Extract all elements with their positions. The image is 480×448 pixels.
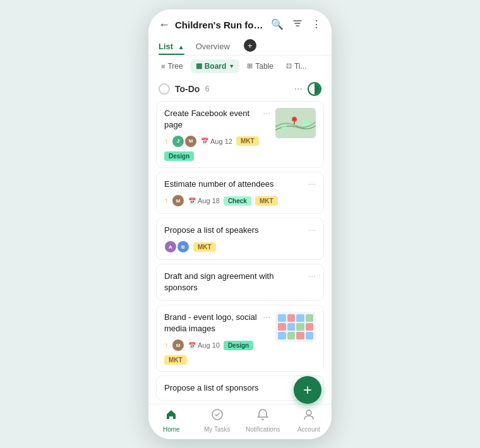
home-icon bbox=[165, 408, 177, 424]
nav-tabs: List ▲ Overview + bbox=[148, 37, 332, 56]
tag-mkt: MKT bbox=[236, 136, 259, 146]
avatar: M bbox=[184, 135, 197, 148]
section-progress-indicator bbox=[308, 82, 321, 96]
nav-account[interactable]: Account bbox=[286, 408, 332, 433]
phone-frame: ← Children's Run for ... 🔍 ⋮ List ▲ Over… bbox=[148, 9, 332, 439]
task-list-scroll: Create Facebook event page ··· ↑ J M 📅 bbox=[148, 101, 332, 404]
task-title: Propose a list of speakers bbox=[164, 225, 303, 236]
grid-thumbnail bbox=[275, 312, 316, 342]
due-date: 📅 Aug 12 bbox=[201, 138, 232, 145]
section-header: To-Do 6 ··· bbox=[148, 77, 332, 101]
task-more-button[interactable]: ··· bbox=[263, 312, 270, 322]
avatar: M bbox=[172, 339, 184, 351]
task-meta: A B MKT bbox=[164, 240, 316, 253]
nav-tasks[interactable]: My Tasks bbox=[195, 408, 241, 433]
more-icon[interactable]: ⋮ bbox=[311, 18, 321, 31]
nav-tasks-label: My Tasks bbox=[204, 426, 231, 433]
back-button[interactable]: ← bbox=[159, 18, 170, 32]
tag-check: Check bbox=[224, 196, 251, 206]
filter-icon[interactable] bbox=[292, 18, 303, 31]
priority-icon: ↑ bbox=[164, 341, 168, 350]
due-date: 📅 Aug 10 bbox=[188, 341, 220, 349]
task-title: Propose a list of sponsors bbox=[164, 382, 303, 394]
task-card[interactable]: Brand - event logo, social media images … bbox=[156, 305, 324, 372]
task-list: Create Facebook event page ··· ↑ J M 📅 bbox=[148, 101, 332, 401]
priority-icon: ↑ bbox=[164, 196, 168, 205]
task-card[interactable]: Draft and sign agreement with sponsors ·… bbox=[156, 264, 324, 300]
task-more-button[interactable]: ··· bbox=[308, 179, 316, 189]
due-date: 📅 Aug 18 bbox=[188, 197, 220, 204]
view-tabs: ≡ Tree ▦ Board ▼ ⊞ Table ⊡ Ti... bbox=[148, 56, 332, 77]
svg-rect-0 bbox=[275, 108, 316, 138]
tag-design: Design bbox=[224, 341, 253, 350]
section-count: 6 bbox=[205, 84, 209, 93]
priority-icon: ↑ bbox=[164, 137, 168, 146]
task-title: Create Facebook event page bbox=[164, 108, 258, 131]
task-title: Brand - event logo, social media images bbox=[164, 312, 258, 334]
account-icon bbox=[303, 408, 315, 424]
bottom-nav: Home My Tasks Notifications Account bbox=[148, 404, 332, 439]
tab-overview[interactable]: Overview bbox=[196, 37, 230, 55]
task-card[interactable]: Propose a list of speakers ··· A B MKT bbox=[156, 218, 324, 260]
svg-point-2 bbox=[293, 118, 296, 121]
search-icon[interactable]: 🔍 bbox=[271, 18, 284, 31]
task-more-button[interactable]: ··· bbox=[308, 271, 316, 281]
tag-design: Design bbox=[164, 151, 194, 161]
view-tab-board[interactable]: ▦ Board ▼ bbox=[191, 59, 240, 73]
section-title: To-Do bbox=[175, 84, 200, 94]
avatar: J bbox=[172, 135, 184, 148]
task-meta: ↑ J M 📅 Aug 12 MKT Design bbox=[164, 135, 270, 161]
section-more-button[interactable]: ··· bbox=[294, 83, 303, 95]
view-tab-tree[interactable]: ≡ Tree bbox=[156, 59, 188, 73]
tag-mkt: MKT bbox=[193, 242, 216, 252]
task-meta: ↑ M 📅 Aug 18 Check MKT bbox=[164, 194, 316, 207]
task-more-button[interactable]: ··· bbox=[308, 225, 316, 235]
svg-rect-4 bbox=[303, 121, 309, 126]
section-status-circle bbox=[159, 83, 170, 95]
svg-rect-3 bbox=[282, 126, 287, 129]
task-more-button[interactable]: ··· bbox=[263, 108, 270, 118]
header: ← Children's Run for ... 🔍 ⋮ bbox=[148, 9, 332, 37]
task-title: Estimate number of attendees bbox=[164, 179, 303, 190]
task-meta: ↑ M 📅 Aug 10 Design MKT bbox=[164, 339, 270, 365]
avatar: M bbox=[172, 194, 184, 207]
avatar: A bbox=[164, 240, 177, 253]
view-tab-table[interactable]: ⊞ Table bbox=[242, 59, 279, 73]
task-card[interactable]: Create Facebook event page ··· ↑ J M 📅 bbox=[156, 101, 324, 168]
nav-account-label: Account bbox=[297, 426, 320, 433]
tab-list[interactable]: List ▲ bbox=[159, 37, 184, 55]
tag-mkt: MKT bbox=[255, 196, 278, 206]
nav-home-label: Home bbox=[163, 426, 180, 433]
map-thumbnail bbox=[275, 108, 316, 138]
avatar: B bbox=[177, 240, 189, 253]
notifications-icon bbox=[256, 408, 269, 424]
tag-mkt: MKT bbox=[164, 355, 187, 365]
page-title: Children's Run for ... bbox=[175, 20, 266, 30]
task-title: Draft and sign agreement with sponsors bbox=[164, 271, 303, 293]
svg-point-6 bbox=[306, 410, 311, 415]
add-task-fab[interactable]: + bbox=[294, 376, 321, 404]
nav-home[interactable]: Home bbox=[148, 408, 195, 433]
tasks-icon bbox=[211, 408, 224, 424]
nav-notifications-label: Notifications bbox=[246, 426, 280, 433]
view-tab-ti[interactable]: ⊡ Ti... bbox=[281, 59, 312, 73]
add-tab-button[interactable]: + bbox=[244, 39, 256, 52]
header-actions: 🔍 ⋮ bbox=[271, 18, 321, 31]
task-card[interactable]: Estimate number of attendees ··· ↑ M 📅 A… bbox=[156, 172, 324, 214]
nav-notifications[interactable]: Notifications bbox=[240, 408, 286, 433]
